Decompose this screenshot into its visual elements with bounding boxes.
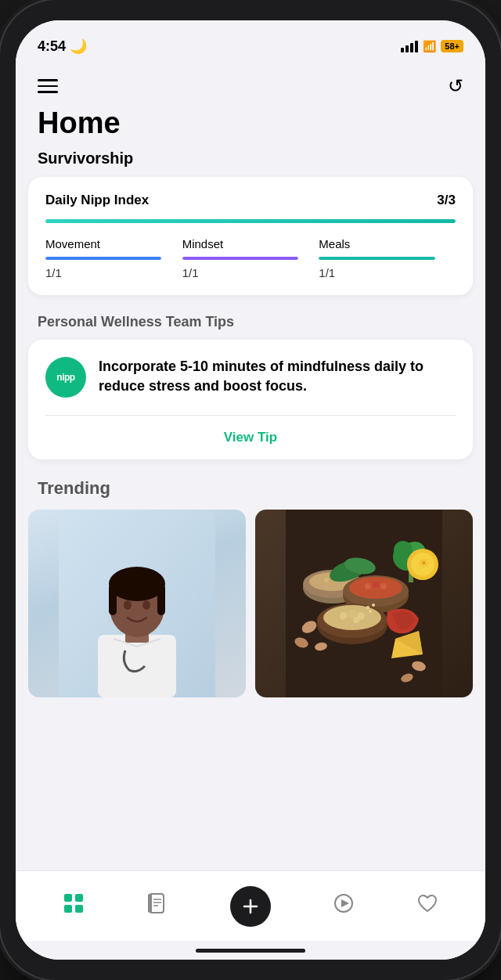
- daily-index-header: Daily Nipp Index 3/3: [45, 193, 456, 208]
- nav-item-play[interactable]: [320, 886, 367, 926]
- journal-icon: [146, 892, 168, 920]
- add-button[interactable]: [230, 886, 271, 927]
- svg-point-32: [353, 617, 359, 623]
- svg-point-21: [373, 582, 379, 588]
- battery-badge: 58+: [441, 40, 463, 52]
- tip-card: nipp Incorporate 5-10 minutes of mindful…: [28, 340, 473, 459]
- svg-marker-60: [341, 899, 349, 907]
- header-bar: ↺: [16, 63, 485, 103]
- hamburger-line-2: [38, 85, 58, 88]
- moon-icon: 🌙: [70, 38, 87, 55]
- svg-point-29: [348, 610, 356, 618]
- svg-point-20: [365, 583, 371, 589]
- metric-movement: Movement 1/1: [45, 237, 182, 279]
- svg-rect-48: [64, 894, 72, 902]
- daily-index-title: Daily Nipp Index: [45, 193, 149, 208]
- metric-meals: Meals 1/1: [319, 237, 456, 279]
- svg-point-31: [344, 618, 351, 624]
- signal-bar-3: [410, 43, 413, 52]
- svg-rect-53: [148, 894, 152, 913]
- nav-item-journal[interactable]: [134, 886, 181, 926]
- page-title: Home: [16, 103, 485, 146]
- nav-item-add[interactable]: [218, 880, 283, 933]
- trending-label: Trending: [16, 475, 485, 510]
- hamburger-line-3: [38, 91, 58, 93]
- wellness-tips-label: Personal Wellness Team Tips: [16, 311, 485, 340]
- svg-rect-2: [98, 635, 176, 697]
- heart-icon: [416, 892, 438, 920]
- metrics-row: Movement 1/1 Mindset 1/1: [45, 237, 456, 279]
- metric-mindset: Mindset 1/1: [182, 237, 319, 279]
- status-right: 📶 58+: [401, 40, 463, 52]
- phone-frame: 4:54 🌙 📶 58+: [0, 0, 501, 980]
- svg-rect-6: [109, 584, 117, 615]
- svg-point-9: [142, 600, 150, 610]
- mindset-fill: [182, 257, 298, 260]
- movement-label: Movement: [45, 237, 182, 250]
- home-grid-icon: [63, 892, 85, 920]
- svg-point-22: [380, 583, 387, 589]
- main-content: ↺ Home Survivorship Daily Nipp Index 3/3: [16, 63, 485, 870]
- trending-doctor-image[interactable]: [28, 510, 246, 697]
- meals-label: Meals: [319, 237, 456, 250]
- movement-bar: [45, 257, 161, 260]
- movement-value: 1/1: [45, 266, 182, 279]
- svg-text:☀: ☀: [418, 557, 429, 570]
- status-time: 4:54 🌙: [38, 38, 87, 55]
- status-bar: 4:54 🌙 📶 58+: [16, 20, 485, 63]
- phone-screen: 4:54 🌙 📶 58+: [16, 20, 485, 960]
- menu-button[interactable]: [38, 79, 58, 93]
- signal-bar-2: [405, 45, 409, 52]
- svg-point-42: [366, 606, 369, 609]
- nipp-logo: nipp: [45, 357, 86, 398]
- mindset-value: 1/1: [182, 266, 319, 279]
- svg-point-5: [109, 567, 165, 601]
- refresh-button[interactable]: ↺: [448, 75, 463, 97]
- meals-fill: [319, 257, 434, 260]
- signal-bar-4: [415, 41, 418, 52]
- nav-item-heart[interactable]: [404, 886, 451, 926]
- tip-content: nipp Incorporate 5-10 minutes of mindful…: [28, 340, 473, 415]
- signal-bar-1: [401, 48, 404, 52]
- meals-value: 1/1: [319, 266, 456, 279]
- home-indicator: [16, 941, 485, 960]
- movement-fill: [45, 257, 161, 260]
- mindset-label: Mindset: [182, 237, 319, 250]
- svg-rect-51: [75, 905, 83, 913]
- nav-item-home[interactable]: [50, 886, 97, 926]
- mindset-bar: [182, 257, 298, 260]
- wifi-icon: 📶: [423, 40, 436, 52]
- daily-index-card: Daily Nipp Index 3/3 Movement 1/1: [28, 177, 473, 295]
- signal-bars: [401, 41, 418, 52]
- svg-point-44: [369, 610, 372, 613]
- trending-food-image[interactable]: ☀: [255, 510, 473, 697]
- svg-rect-7: [157, 584, 165, 615]
- svg-point-14: [324, 578, 329, 582]
- time-display: 4:54: [38, 38, 66, 55]
- daily-index-score: 3/3: [437, 193, 456, 208]
- play-icon: [333, 892, 355, 920]
- survivorship-label: Survivorship: [16, 146, 485, 177]
- meals-bar: [319, 257, 434, 260]
- bottom-nav: [16, 870, 485, 941]
- svg-rect-50: [64, 905, 72, 913]
- view-tip-button[interactable]: View Tip: [28, 416, 473, 459]
- main-progress-bar: [45, 219, 456, 223]
- main-progress-fill: [45, 219, 456, 223]
- hamburger-line-1: [38, 79, 58, 81]
- home-indicator-bar: [196, 949, 305, 953]
- svg-point-8: [124, 600, 132, 610]
- svg-rect-49: [75, 894, 83, 902]
- svg-point-43: [372, 603, 375, 607]
- tip-text: Incorporate 5-10 minutes of mindfulness …: [99, 357, 456, 396]
- trending-images: ☀: [16, 510, 485, 697]
